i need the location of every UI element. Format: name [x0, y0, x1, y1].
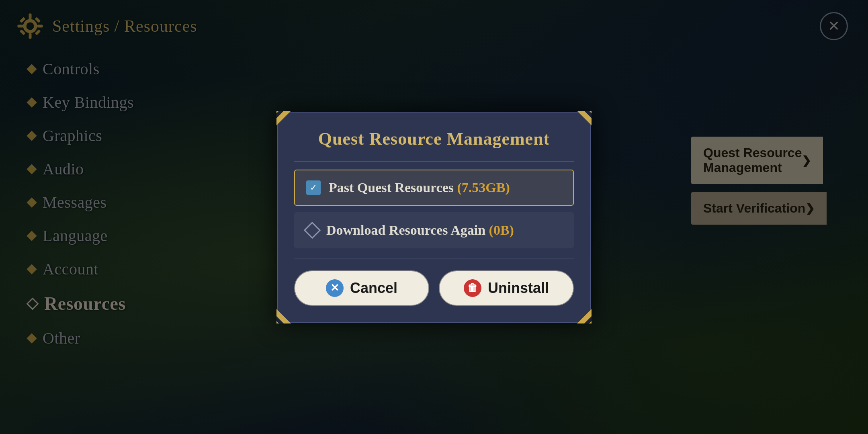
uninstall-label: Uninstall: [488, 280, 549, 297]
cancel-button[interactable]: ✕ Cancel: [294, 270, 429, 306]
past-quest-item[interactable]: ✓ Past Quest Resources (7.53GB): [294, 170, 574, 206]
modal-overlay: Quest Resource Management ✓ Past Quest R…: [0, 0, 868, 434]
trash-icon: 🗑: [464, 279, 481, 297]
download-again-item[interactable]: Download Resources Again (0B): [294, 212, 574, 248]
corner-decoration-tr: [577, 111, 592, 125]
modal-dialog: Quest Resource Management ✓ Past Quest R…: [277, 112, 591, 323]
modal-buttons: ✕ Cancel 🗑 Uninstall: [294, 270, 574, 306]
past-quest-label: Past Quest Resources (7.53GB): [329, 180, 510, 195]
uninstall-button[interactable]: 🗑 Uninstall: [439, 270, 574, 306]
past-quest-size: (7.53GB): [457, 180, 510, 195]
check-icon: ✓: [306, 180, 321, 195]
modal-title: Quest Resource Management: [294, 129, 574, 149]
cancel-icon: ✕: [326, 279, 344, 297]
diamond-uncheck-icon: [304, 221, 321, 238]
corner-decoration-tl: [276, 111, 291, 125]
corner-decoration-br: [577, 309, 592, 323]
modal-bottom-divider: [294, 258, 574, 258]
cancel-label: Cancel: [350, 280, 397, 297]
download-again-size: (0B): [489, 223, 514, 237]
download-again-label: Download Resources Again (0B): [326, 223, 514, 238]
modal-top-divider: [294, 161, 574, 162]
corner-decoration-bl: [276, 309, 291, 323]
